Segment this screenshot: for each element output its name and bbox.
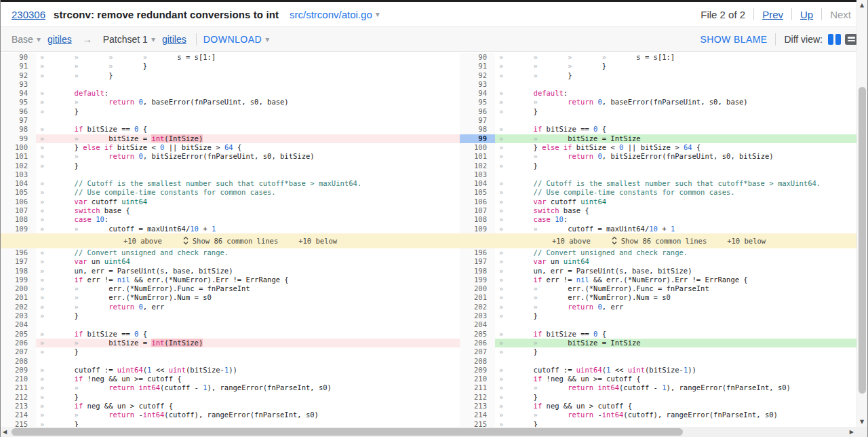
line-number[interactable]: 212 bbox=[460, 393, 495, 402]
code-line[interactable]: » if bitSize == 0 { bbox=[495, 330, 858, 339]
line-number[interactable]: 109 bbox=[460, 225, 495, 233]
code-line[interactable]: » » » } bbox=[495, 62, 858, 71]
line-number[interactable]: 93 bbox=[460, 80, 495, 89]
line-number[interactable]: 204 bbox=[460, 320, 495, 329]
line-number[interactable]: 210 bbox=[460, 375, 495, 383]
code-line[interactable]: » » } bbox=[495, 71, 858, 80]
line-number[interactable]: 92 bbox=[1, 71, 36, 80]
show-common-lines-button[interactable]: Show 86 common lines bbox=[182, 236, 278, 245]
show-common-lines-button[interactable]: Show 86 common lines bbox=[611, 236, 707, 245]
scroll-left-arrow-icon[interactable]: ◀ bbox=[3, 429, 7, 435]
code-line[interactable]: » } bbox=[495, 347, 858, 356]
line-number[interactable]: 103 bbox=[1, 170, 36, 179]
code-line[interactable]: » // Cutoff is the smallest number such … bbox=[36, 179, 460, 188]
code-line[interactable]: » » bitSize = IntSize bbox=[495, 339, 858, 347]
line-number[interactable]: 210 bbox=[1, 375, 36, 383]
code-line[interactable]: » » return int64(cutoff - 1), rangeError… bbox=[495, 383, 858, 392]
code-line[interactable]: » » err.(*NumError).Num = s0 bbox=[36, 293, 460, 302]
scroll-down-arrow-icon[interactable]: ▼ bbox=[860, 419, 864, 425]
line-number[interactable]: 205 bbox=[1, 330, 36, 339]
line-number[interactable]: 103 bbox=[460, 170, 495, 179]
code-line[interactable]: » cutoff := uint64(1 << uint(bitSize-1)) bbox=[495, 366, 858, 375]
line-number[interactable]: 197 bbox=[460, 257, 495, 266]
code-line[interactable]: » » return 0, bitSizeError(fnParseUint, … bbox=[36, 152, 460, 161]
code-line[interactable] bbox=[36, 80, 460, 89]
code-line[interactable]: » » err.(*NumError).Func = fnParseInt bbox=[36, 284, 460, 293]
scroll-up-arrow-icon[interactable]: ▲ bbox=[860, 2, 864, 8]
line-number[interactable]: 203 bbox=[460, 311, 495, 320]
line-number[interactable]: 206 bbox=[460, 339, 495, 347]
line-number[interactable]: 199 bbox=[460, 276, 495, 284]
code-line[interactable]: » » err.(*NumError).Func = fnParseInt bbox=[495, 284, 858, 293]
code-line[interactable]: » » cutoff = maxUint64/10 + 1 bbox=[495, 225, 858, 233]
line-number[interactable]: 202 bbox=[1, 303, 36, 311]
line-number[interactable]: 204 bbox=[1, 320, 36, 329]
line-number[interactable]: 211 bbox=[1, 383, 36, 392]
vertical-scrollbar-thumb[interactable] bbox=[859, 87, 866, 394]
line-number[interactable]: 214 bbox=[460, 411, 495, 419]
line-number[interactable]: 205 bbox=[460, 330, 495, 339]
code-line[interactable]: » } bbox=[495, 311, 858, 320]
line-number[interactable]: 201 bbox=[460, 293, 495, 302]
line-number[interactable]: 98 bbox=[1, 125, 36, 134]
code-line[interactable]: » // Use compile-time constants for comm… bbox=[36, 188, 460, 197]
code-line[interactable]: » } else if bitSize < 0 || bitSize > 64 … bbox=[495, 143, 858, 152]
code-line[interactable]: » } bbox=[36, 393, 460, 402]
code-line[interactable]: » case 10: bbox=[495, 215, 858, 224]
line-number[interactable]: 198 bbox=[1, 267, 36, 276]
line-number[interactable]: 196 bbox=[460, 248, 495, 257]
code-line[interactable]: » if bitSize == 0 { bbox=[495, 125, 858, 134]
expand-above-button[interactable]: +10 above bbox=[123, 237, 162, 245]
line-number[interactable]: 196 bbox=[1, 248, 36, 257]
line-number[interactable]: 90 bbox=[460, 53, 495, 62]
line-number[interactable]: 104 bbox=[1, 179, 36, 188]
patchset-selector[interactable]: Patchset 1 ▾ bbox=[96, 34, 155, 45]
line-number[interactable]: 94 bbox=[1, 89, 36, 98]
line-number[interactable]: 93 bbox=[1, 80, 36, 89]
code-line[interactable]: » default: bbox=[495, 89, 858, 98]
code-line[interactable]: » if !neg && un >= cutoff { bbox=[36, 375, 460, 383]
line-number[interactable]: 203 bbox=[1, 311, 36, 320]
code-line[interactable] bbox=[36, 357, 460, 366]
code-line[interactable] bbox=[495, 170, 858, 179]
line-number[interactable]: 96 bbox=[1, 107, 36, 116]
line-number[interactable]: 104 bbox=[460, 179, 495, 188]
code-line[interactable]: » var un uint64 bbox=[36, 257, 460, 266]
prev-file-link[interactable]: Prev bbox=[762, 9, 783, 20]
code-line[interactable]: » } bbox=[36, 311, 460, 320]
code-line[interactable]: » » return 0, err bbox=[36, 303, 460, 311]
show-blame-button[interactable]: SHOW BLAME bbox=[701, 34, 768, 45]
line-number[interactable]: 94 bbox=[460, 89, 495, 98]
line-number[interactable]: 214 bbox=[1, 411, 36, 419]
line-number[interactable]: 106 bbox=[1, 197, 36, 206]
code-line[interactable]: » if bitSize == 0 { bbox=[36, 125, 460, 134]
code-line[interactable] bbox=[495, 357, 858, 366]
line-number[interactable]: 107 bbox=[460, 206, 495, 215]
gitiles-patchset-link[interactable]: gitiles bbox=[162, 34, 186, 45]
code-line[interactable]: » // Convert unsigned and check range. bbox=[495, 248, 858, 257]
code-line[interactable]: » if err != nil && err.(*NumError).Err !… bbox=[495, 276, 858, 284]
line-number[interactable]: 209 bbox=[460, 366, 495, 375]
line-number[interactable]: 199 bbox=[1, 276, 36, 284]
line-number[interactable]: 97 bbox=[460, 116, 495, 125]
code-line[interactable]: » » } bbox=[36, 71, 460, 80]
line-number[interactable]: 91 bbox=[1, 62, 36, 71]
code-line[interactable]: » var un uint64 bbox=[495, 257, 858, 266]
code-line[interactable]: » var cutoff uint64 bbox=[495, 197, 858, 206]
scroll-right-arrow-icon[interactable]: ▶ bbox=[850, 429, 854, 435]
line-number[interactable]: 100 bbox=[1, 143, 36, 152]
line-number[interactable]: 102 bbox=[1, 162, 36, 170]
code-line[interactable]: » } bbox=[36, 347, 460, 356]
line-number[interactable]: 209 bbox=[1, 366, 36, 375]
line-number[interactable]: 91 bbox=[460, 62, 495, 71]
code-line[interactable]: » » return 0, baseError(fnParseUint, s0,… bbox=[495, 98, 858, 107]
line-number[interactable]: 90 bbox=[1, 53, 36, 62]
code-line[interactable]: » if err != nil && err.(*NumError).Err !… bbox=[36, 276, 460, 284]
code-line[interactable]: » » return -int64(cutoff), rangeError(fn… bbox=[36, 411, 460, 419]
code-line[interactable]: » cutoff := uint64(1 << uint(bitSize-1)) bbox=[36, 366, 460, 375]
line-number[interactable]: 201 bbox=[1, 293, 36, 302]
line-number[interactable]: 97 bbox=[1, 116, 36, 125]
line-number[interactable]: 208 bbox=[1, 357, 36, 366]
line-number[interactable]: 100 bbox=[460, 143, 495, 152]
line-number[interactable]: 207 bbox=[460, 347, 495, 356]
